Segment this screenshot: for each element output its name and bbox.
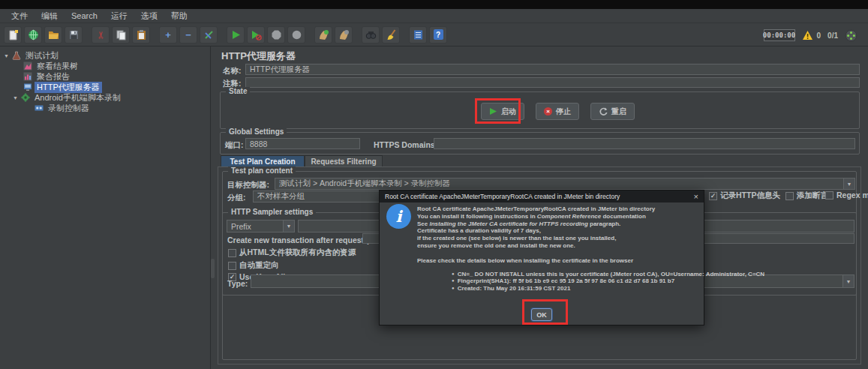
checkbox-checked-icon: ✓ — [709, 192, 717, 200]
checkbox-unchecked-icon — [825, 191, 833, 200]
copy-icon — [116, 29, 127, 40]
retrieve-embedded-resources-checkbox[interactable]: 从HTML文件获取所有内含的资源 — [228, 248, 356, 258]
new-button[interactable] — [4, 26, 22, 44]
chevron-down-icon: ▼ — [283, 220, 294, 232]
tab-requests-filtering[interactable]: Requests Filtering — [305, 155, 383, 167]
minus-icon: − — [185, 30, 191, 40]
window-titlebar — [0, 0, 868, 9]
menu-file[interactable]: 文件 — [5, 10, 35, 22]
name-input[interactable]: HTTP代理服务器 — [245, 64, 860, 75]
proxy-server-icon — [23, 82, 32, 92]
templates-button[interactable] — [24, 26, 42, 44]
cut-scissors-icon: ✂ — [96, 31, 106, 39]
menu-help[interactable]: 帮助 — [164, 10, 194, 22]
remote-start-all-button[interactable] — [314, 26, 332, 44]
annotation-start-button — [475, 98, 521, 124]
warning-triangle-icon[interactable] — [802, 30, 813, 40]
info-icon: i — [386, 204, 411, 229]
menu-search[interactable]: Search — [65, 11, 104, 20]
save-button[interactable] — [65, 26, 83, 44]
tree-node-aggregate-report[interactable]: 聚合报告 — [0, 71, 210, 82]
cut-button[interactable]: ✂ — [92, 26, 110, 44]
help-button[interactable]: ? — [429, 26, 447, 44]
results-tree-chart-icon — [23, 62, 32, 70]
function-helper-icon — [413, 29, 424, 40]
prefix-select[interactable]: Prefix ▼ — [227, 220, 295, 232]
toggle-button[interactable] — [200, 26, 218, 44]
search-binoculars-icon — [365, 29, 377, 40]
shutdown-button[interactable] — [287, 26, 305, 44]
add-assertions-checkbox[interactable]: 添加断言 — [785, 190, 828, 201]
dialog-titlebar[interactable]: Root CA certificate ApacheJMeterTemporar… — [380, 190, 704, 202]
plus-icon: + — [165, 30, 171, 40]
page-title: HTTP代理服务器 — [221, 50, 296, 63]
paste-button[interactable] — [132, 26, 150, 44]
cert-created-bullet: ●Created: Thu May 20 16:31:59 CST 2021 — [417, 285, 702, 292]
proxy-stop-button[interactable]: × 停止 — [536, 103, 579, 120]
chevron-down-icon: ▼ — [842, 275, 854, 287]
test-plan-tree: ▼ 测试计划 察看结果树 聚合报告 HTTP代理服务器 ▼ Android手机端… — [0, 46, 211, 369]
tree-node-recording-controller[interactable]: 录制控制器 — [0, 103, 210, 113]
tree-node-view-results-tree[interactable]: 察看结果树 — [0, 61, 210, 71]
proxy-restart-button[interactable]: 重启 — [590, 103, 635, 120]
target-controller-label: 目标控制器: — [227, 180, 269, 190]
test-plan-flask-icon — [12, 51, 21, 60]
elapsed-timer: 00:00:00 — [764, 29, 795, 41]
splitter-handle[interactable] — [211, 259, 215, 278]
tree-node-test-plan[interactable]: ▼ 测试计划 — [0, 50, 210, 61]
recording-controller-icon — [35, 104, 44, 112]
toggle-icon — [203, 29, 215, 40]
bullet-icon: ● — [452, 286, 455, 290]
tree-node-http-proxy-server[interactable]: HTTP代理服务器 — [0, 82, 210, 92]
thread-group-gear-icon — [21, 93, 30, 102]
regex-matching-checkbox[interactable]: Regex matching — [825, 190, 868, 200]
name-label: 名称: — [223, 66, 242, 76]
jmeter-window: 文件 编辑 Search 运行 选项 帮助 ✂ + − ? 00:00 — [0, 0, 868, 369]
expand-all-button[interactable]: + — [159, 26, 177, 44]
global-settings-title: Global Settings — [226, 128, 287, 136]
clear-all-button[interactable] — [382, 26, 400, 44]
menu-run[interactable]: 运行 — [104, 10, 134, 22]
remote-stop-all-button[interactable] — [335, 26, 353, 44]
stop-x-icon: × — [544, 107, 552, 116]
thread-count: 0/1 — [827, 32, 838, 40]
https-domains-input[interactable] — [434, 138, 855, 149]
capture-http-headers-checkbox[interactable]: ✓ 记录HTTP信息头 — [709, 190, 780, 201]
annotation-ok-button — [522, 299, 568, 325]
menu-edit[interactable]: 编辑 — [35, 10, 65, 22]
start-button[interactable] — [227, 26, 245, 44]
toolbar: ✂ + − ? 00:00:00 0 0/1 — [0, 23, 868, 46]
close-icon[interactable]: × — [694, 193, 698, 201]
chevron-expanded-icon[interactable]: ▼ — [3, 53, 10, 58]
start-no-timers-button[interactable] — [247, 26, 265, 44]
search-button[interactable] — [362, 26, 380, 44]
open-button[interactable] — [44, 26, 62, 44]
tree-node-android-recording[interactable]: ▼ Android手机端脚本录制 — [0, 92, 210, 103]
grouping-label: 分组: — [227, 193, 246, 203]
http-sampler-settings-title: HTTP Sampler settings — [228, 208, 316, 216]
target-controller-select[interactable]: 测试计划 > Android手机端脚本录制 > 录制控制器 ▼ — [275, 178, 855, 190]
shutdown-circle-icon — [291, 29, 302, 40]
restart-icon — [599, 107, 608, 116]
port-input[interactable]: 8888 — [245, 138, 360, 149]
open-folder-icon — [48, 29, 59, 40]
stop-button[interactable] — [267, 26, 285, 44]
remote-stop-icon — [338, 29, 350, 40]
collapse-all-button[interactable]: − — [179, 26, 197, 44]
warning-count: 0 — [817, 32, 821, 40]
test-plan-content-title: Test plan content — [228, 166, 296, 175]
port-label: 端口: — [225, 140, 244, 151]
chevron-expanded-icon[interactable]: ▼ — [12, 95, 19, 100]
copy-button[interactable] — [112, 26, 130, 44]
follow-redirects-checkbox[interactable]: 自动重定向 — [228, 260, 279, 271]
tab-test-plan-creation[interactable]: Test Plan Creation — [221, 155, 305, 167]
function-helper-button[interactable] — [409, 26, 427, 44]
checkbox-unchecked-icon — [228, 249, 236, 257]
menu-options[interactable]: 选项 — [134, 10, 164, 22]
comment-input[interactable] — [245, 77, 860, 88]
dialog-title: Root CA certificate ApacheJMeterTemporar… — [385, 193, 620, 200]
dialog-message: Root CA certificate ApacheJMeterTemporar… — [417, 206, 702, 292]
toolbar-status-cluster: 00:00:00 0 0/1 — [764, 27, 857, 44]
start-no-timers-icon — [251, 29, 262, 40]
new-file-icon — [8, 29, 19, 40]
